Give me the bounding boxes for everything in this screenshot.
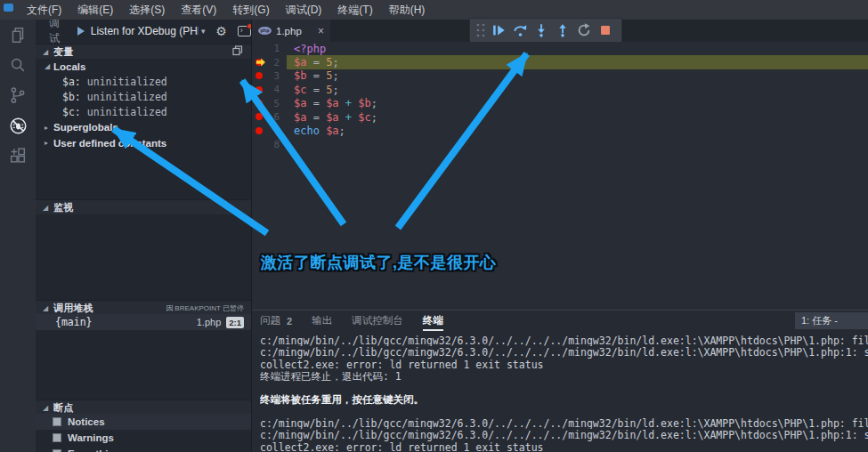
- token: +: [345, 111, 352, 124]
- variable-row[interactable]: $c:uninitialized: [36, 105, 251, 120]
- breakpoints-section-header[interactable]: ◢ 断点: [36, 400, 251, 415]
- menu-item[interactable]: 编辑(E): [69, 4, 121, 16]
- breakpoint-item[interactable]: Notices: [36, 414, 251, 430]
- terminal-line: c:/mingw/bin/../lib/gcc/mingw32/6.3.0/..…: [260, 417, 868, 429]
- menu-item[interactable]: 调试(D): [278, 4, 330, 16]
- bottom-panel: 问题2输出调试控制台终端 1: 任务 - c:/mingw/bin/../lib…: [252, 310, 868, 452]
- terminal-line: c:/mingw/bin/../lib/gcc/mingw32/6.3.0/..…: [260, 429, 868, 440]
- token: [339, 111, 345, 124]
- collapse-all-icon[interactable]: [232, 45, 243, 58]
- terminal-line: c:/mingw/bin/../lib/gcc/mingw32/6.3.0/..…: [260, 335, 868, 346]
- variables-section-header[interactable]: ◢ 变量: [36, 44, 251, 59]
- tab-1php[interactable]: php 1.php ×: [252, 20, 330, 42]
- line-number: 7: [266, 125, 286, 137]
- panel-tab-问题[interactable]: 问题2: [260, 311, 292, 331]
- token: <?php: [294, 43, 326, 55]
- chevron-down-icon[interactable]: ▼: [199, 28, 207, 36]
- app-logo-icon: [4, 4, 13, 12]
- token: =: [306, 56, 326, 69]
- terminal-line: [260, 382, 868, 393]
- call-stack-frame[interactable]: {main} 1.php 2:1: [36, 314, 251, 330]
- debug-console-icon[interactable]: [238, 26, 251, 36]
- breakpoint-dot-icon[interactable]: [256, 113, 263, 120]
- breakpoint-gutter[interactable]: [252, 83, 266, 96]
- restart-button[interactable]: [573, 20, 595, 41]
- chevron-right-icon: ▸: [45, 124, 53, 132]
- step-out-button[interactable]: [552, 20, 573, 41]
- call-stack-section-header[interactable]: ◢ 调用堆栈 因 BREAKPOINT 已暂停: [36, 300, 251, 315]
- close-icon[interactable]: ×: [318, 25, 324, 37]
- gear-icon[interactable]: ⚙: [215, 25, 227, 37]
- menu-item[interactable]: 文件(F): [19, 4, 69, 16]
- watch-section-header[interactable]: ◢ 监视: [36, 199, 251, 214]
- code-editor[interactable]: 1<?php2$a = 5;3$b = 5;4$c = 5;5$a = $a +…: [252, 42, 868, 151]
- tree-group-locals[interactable]: ◢Locals: [36, 59, 251, 74]
- terminal-line: 终端进程已终止，退出代码: 1: [260, 370, 868, 382]
- breakpoint-gutter[interactable]: [252, 124, 266, 137]
- vscode-window: 文件(F)编辑(E)选择(S)查看(V)转到(G)调试(D)终端(T)帮助(H)…: [0, 0, 868, 452]
- debug-toolbar: [469, 18, 622, 43]
- checkbox[interactable]: [53, 433, 61, 442]
- token: ;: [371, 111, 377, 124]
- variable-name: $b:: [62, 91, 81, 103]
- collapse-triangle-icon: ◢: [43, 404, 48, 412]
- stop-button[interactable]: [595, 20, 616, 41]
- breakpoint-dot-icon[interactable]: [256, 100, 263, 107]
- menu-item[interactable]: 转到(G): [224, 4, 277, 16]
- tree-group-superglobals[interactable]: ▸Superglobals: [36, 120, 251, 135]
- terminal-output: c:/mingw/bin/../lib/gcc/mingw32/6.3.0/..…: [252, 331, 868, 452]
- breakpoint-dot-icon[interactable]: [256, 72, 263, 79]
- explorer-icon[interactable]: [0, 20, 36, 50]
- token: $b: [294, 69, 306, 82]
- step-into-button[interactable]: [531, 20, 552, 41]
- menu-item[interactable]: 选择(S): [121, 4, 173, 16]
- extensions-icon[interactable]: [0, 141, 36, 171]
- menu-item[interactable]: 查看(V): [173, 4, 224, 16]
- token: +: [345, 97, 352, 109]
- token: =: [306, 69, 326, 82]
- breakpoint-gutter[interactable]: [252, 69, 266, 83]
- breakpoint-gutter[interactable]: [252, 97, 266, 110]
- line-number: 6: [266, 111, 286, 123]
- menu-item[interactable]: 终端(T): [329, 4, 380, 16]
- step-over-button[interactable]: [509, 20, 531, 41]
- breakpoint-item[interactable]: Warnings: [36, 430, 251, 446]
- terminal-line: c:/mingw/bin/../lib/gcc/mingw32/6.3.0/..…: [260, 346, 868, 358]
- token: =: [306, 97, 326, 109]
- breakpoint-item[interactable]: Everything: [36, 446, 251, 452]
- line-number: 4: [266, 84, 286, 95]
- breakpoint-gutter[interactable]: [252, 138, 266, 151]
- start-debug-icon[interactable]: [77, 27, 85, 36]
- code-text: $c = 5;: [294, 84, 339, 96]
- continue-button[interactable]: [488, 20, 509, 41]
- variable-row[interactable]: $a:uninitialized: [36, 74, 251, 89]
- terminal-line: 终端将被任务重用，按任意键关闭。: [260, 393, 868, 405]
- panel-tab-输出[interactable]: 输出: [312, 311, 332, 331]
- search-icon[interactable]: [0, 50, 36, 80]
- tree-group-user-defined-constants[interactable]: ▸User defined constants: [36, 135, 251, 150]
- debug-config-dropdown[interactable]: Listen for XDebug (PHI: [91, 25, 199, 37]
- variable-row[interactable]: $b:uninitialized: [36, 89, 251, 104]
- debug-icon[interactable]: [0, 110, 36, 141]
- terminal-line: collect2.exe: error: ld returned 1 exit …: [260, 359, 868, 370]
- breakpoint-dot-icon[interactable]: [256, 127, 263, 134]
- token: ;: [332, 84, 338, 96]
- source-control-icon[interactable]: [0, 80, 36, 110]
- menu-item[interactable]: 帮助(H): [381, 4, 434, 16]
- debug-sidebar-header: 调试 Listen for XDebug (PHI ▼ ⚙: [36, 20, 251, 43]
- panel-tab-调试控制台[interactable]: 调试控制台: [352, 311, 403, 331]
- breakpoint-gutter[interactable]: [252, 55, 266, 69]
- panel-tab-终端[interactable]: 终端: [423, 311, 443, 331]
- breakpoint-gutter[interactable]: [252, 42, 266, 55]
- locals-label: Locals: [53, 61, 85, 72]
- line-number: 5: [266, 98, 286, 109]
- breakpoint-dot-icon[interactable]: [256, 86, 263, 93]
- token: $a: [326, 97, 338, 109]
- breakpoint-gutter[interactable]: [252, 110, 266, 124]
- frame-file: 1.php: [197, 317, 222, 327]
- checkbox[interactable]: [53, 417, 61, 426]
- breakpoint-label: Notices: [68, 416, 105, 427]
- terminal-task-selector[interactable]: 1: 任务 -: [795, 312, 868, 329]
- drag-handle[interactable]: [474, 20, 488, 41]
- problems-count-badge: 2: [287, 316, 292, 327]
